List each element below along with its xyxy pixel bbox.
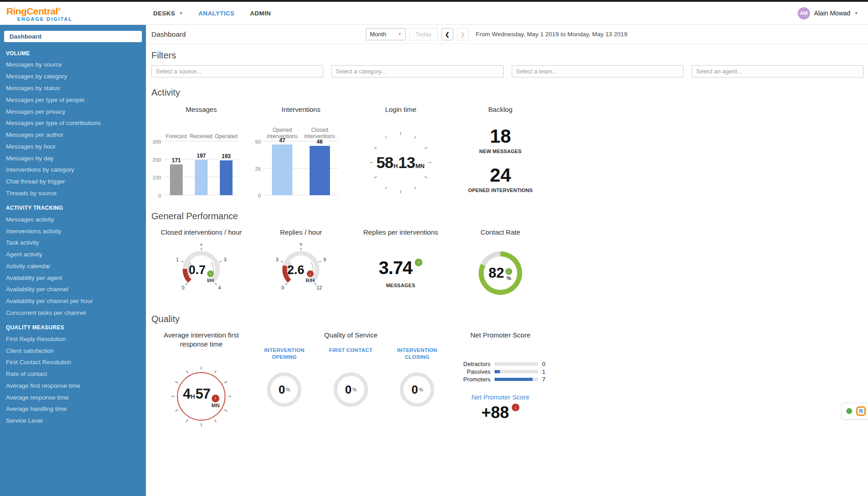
nps-bar-track xyxy=(495,370,538,373)
top-nav: DESKS▼ ANALYTICS ADMIN xyxy=(153,10,271,17)
percent-unit: % xyxy=(353,387,357,392)
nps-title: Net Promoter Score xyxy=(451,331,550,340)
sidebar-item[interactable]: Service Level xyxy=(0,415,146,427)
bar-value-label: 46 xyxy=(317,139,323,145)
sidebar-item[interactable]: Average first response time xyxy=(0,380,146,392)
series-label: Operated xyxy=(205,134,247,140)
sidebar-item[interactable]: Availability per channel xyxy=(0,284,146,295)
qos-ring: 0% xyxy=(400,372,434,407)
sidebar-item[interactable]: Messages by day xyxy=(0,152,146,164)
response-hours: 4 xyxy=(183,386,190,402)
brand-logo: RingCentral® ENGAGE DIGITAL xyxy=(0,5,146,22)
today-button[interactable]: Today xyxy=(409,28,438,40)
quality-of-service-title: Quality of Service xyxy=(251,331,451,340)
gauge-tick-label: 0 xyxy=(182,285,184,290)
sidebar-item[interactable]: Rate of contact xyxy=(0,368,146,380)
period-select[interactable]: Month ▼ xyxy=(366,28,406,40)
filter-input-1[interactable] xyxy=(331,65,503,77)
sidebar-item[interactable]: First Contact Resolution xyxy=(0,356,146,368)
brand-name-text: RingCentral xyxy=(6,6,58,16)
sidebar-item[interactable]: Threads by source xyxy=(0,188,146,199)
sidebar-item[interactable]: Interventions by category xyxy=(0,164,146,176)
sidebar-item[interactable]: Concurrent tasks per channel xyxy=(0,307,146,319)
main-area: Dashboard Month ▼ Today ❮ ❯ From Wednesd… xyxy=(146,25,868,496)
stat-title: Replies per interventions xyxy=(351,228,451,237)
nps-bars: Detractors0Passives1Promoters7 xyxy=(451,361,550,383)
filter-input-0[interactable] xyxy=(151,65,323,77)
user-menu[interactable]: AM Alain Mowad ▼ xyxy=(798,7,858,19)
sidebar-item[interactable]: Activity calendar xyxy=(0,260,146,272)
sidebar-item[interactable]: Average response time xyxy=(0,391,146,403)
sidebar-item[interactable]: Task activity xyxy=(0,237,146,249)
previous-period-button[interactable]: ❮ xyxy=(441,28,453,40)
nps-bar-track xyxy=(495,362,538,366)
brand-subtitle: ENGAGE DIGITAL xyxy=(17,16,146,22)
sidebar-item[interactable]: Messages per privacy xyxy=(0,106,146,117)
sidebar-item[interactable]: Interventions activity xyxy=(0,225,146,237)
bar-value-label: 47 xyxy=(279,137,285,144)
chart-legend: ForecastReceivedOperated xyxy=(164,123,239,141)
gauge-title: Closed interventions / hour xyxy=(151,228,251,237)
contact-rate-title: Contact Rate xyxy=(451,228,550,237)
ringcentral-chat-icon[interactable]: R xyxy=(856,406,866,416)
bar xyxy=(310,146,330,195)
sidebar-item[interactable]: Messages per author xyxy=(0,129,146,141)
sidebar-section-title: ACTIVITY TRACKING xyxy=(0,199,146,213)
sidebar-item[interactable]: First Reply Resolution xyxy=(0,333,146,345)
sidebar-item[interactable]: Client satisfaction xyxy=(0,345,146,356)
contact-rate-value-row: 82 ↑ % xyxy=(479,251,522,295)
sidebar-item[interactable]: Messages by source xyxy=(0,59,146,71)
gauge-tick-label: 12 xyxy=(316,285,322,290)
sidebar-item[interactable]: Messages per type of people xyxy=(0,94,146,106)
gauge-value-row: 0.7↑I/H xyxy=(163,263,240,282)
messages-chart-title: Messages xyxy=(151,105,251,114)
sidebar-item[interactable]: Availability per channel per hour xyxy=(0,295,146,307)
sidebar-item[interactable]: Messages activity xyxy=(0,213,146,225)
sidebar-item[interactable]: Average handling time xyxy=(0,403,146,415)
login-hours: 58 xyxy=(376,154,393,172)
nps-link[interactable]: Net Promoter Score xyxy=(471,394,529,401)
sidebar-item[interactable]: Messages per type of contributions xyxy=(0,117,146,129)
gauge-tick-label: 2 xyxy=(200,243,203,246)
sidebar-item-dashboard[interactable]: Dashboard xyxy=(4,31,142,42)
chart-messages: ForecastReceivedOperated0100200300171197… xyxy=(164,123,239,195)
performance-row: Closed interventions / hour 012340.7↑I/H… xyxy=(151,228,863,295)
chart-plot: 025504746 xyxy=(264,141,339,195)
sidebar-item[interactable]: Agent activity xyxy=(0,249,146,260)
qos-metric-label: INTERVENTION CLOSING xyxy=(384,347,451,361)
nps-bar-value: 0 xyxy=(542,361,548,367)
app-header: RingCentral® ENGAGE DIGITAL DESKS▼ ANALY… xyxy=(0,2,868,25)
support-widget[interactable]: R xyxy=(841,403,868,419)
gauge-side: ↑I/H xyxy=(207,270,214,283)
activity-heading: Activity xyxy=(151,87,863,98)
nav-item-analytics[interactable]: ANALYTICS xyxy=(199,10,235,17)
filter-input-3[interactable] xyxy=(692,65,863,77)
gauge-unit: R/H xyxy=(305,278,315,283)
quality-heading: Quality xyxy=(151,314,863,324)
nav-item-admin[interactable]: ADMIN xyxy=(250,10,271,17)
sidebar-item[interactable]: Availability per agent xyxy=(0,272,146,284)
avatar: AM xyxy=(798,7,810,19)
sidebar-item[interactable]: Messages by status xyxy=(0,82,146,94)
qos-metric: 0% xyxy=(251,372,318,407)
sidebar-item[interactable]: Messages by hour xyxy=(0,140,146,152)
login-time-card: Login time 58H13MN xyxy=(351,105,451,197)
qos-circles: 0%0%0% xyxy=(251,372,451,407)
hours-unit: H xyxy=(393,163,398,169)
sidebar-item[interactable]: Chat thread by trigger xyxy=(0,176,146,188)
nav-desks-label: DESKS xyxy=(153,10,175,17)
nav-item-desks[interactable]: DESKS▼ xyxy=(153,10,183,17)
trend-up-icon: ↑ xyxy=(505,268,512,275)
sidebar-item[interactable]: Messages by category xyxy=(0,71,146,82)
nps-bar-label: Passives xyxy=(453,368,490,375)
first-response-time-card: Average intervention first response time… xyxy=(151,331,251,430)
next-period-button[interactable]: ❯ xyxy=(457,28,469,40)
qos-value: 0 xyxy=(345,383,351,397)
filter-input-2[interactable] xyxy=(512,65,684,77)
y-axis-label: 200 xyxy=(147,157,161,163)
toolbar: Dashboard Month ▼ Today ❮ ❯ From Wednesd… xyxy=(146,25,868,44)
nps-bar-fill xyxy=(495,370,500,373)
contact-rate-value: 82 xyxy=(489,265,504,281)
sidebar-section-title: VOLUME xyxy=(0,44,146,59)
gauge-unit: I/H xyxy=(207,278,214,283)
